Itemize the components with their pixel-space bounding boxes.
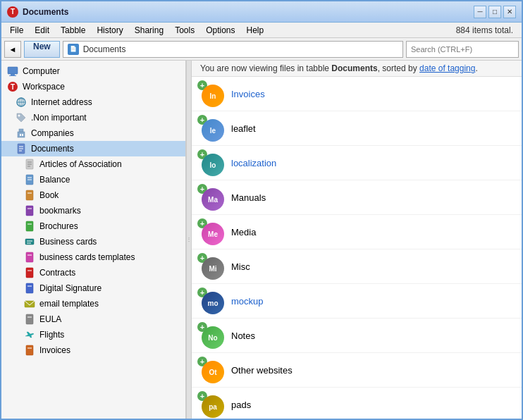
sidebar-label-documents: Documents xyxy=(31,144,74,154)
svg-rect-36 xyxy=(26,268,33,278)
sidebar-label-bookmarks: bookmarks xyxy=(39,206,81,216)
sidebar-item-business-cards-templates[interactable]: business cards templates xyxy=(1,249,185,265)
sidebar-item-non-important[interactable]: .Non important xyxy=(1,110,185,125)
sidebar-item-email-templates[interactable]: email templates xyxy=(1,296,185,311)
menu-help[interactable]: Help xyxy=(241,24,270,37)
computer-icon xyxy=(7,66,18,77)
menu-bar: File Edit Tabble History Sharing Tools O… xyxy=(1,23,522,38)
status-suffix: . xyxy=(475,63,477,73)
window-title: Documents xyxy=(23,7,68,17)
invoices-sidebar-icon xyxy=(24,345,35,356)
file-thumb: + lo xyxy=(197,149,224,176)
file-row[interactable]: + pa pads xyxy=(192,388,522,419)
main-window: T Documents ─ □ ✕ File Edit Tabble Histo… xyxy=(0,0,523,420)
book-icon xyxy=(24,190,35,201)
sidebar-item-bookmarks[interactable]: bookmarks xyxy=(1,203,185,218)
file-row[interactable]: + Mi Misc xyxy=(192,249,522,284)
item-count: 884 items total. xyxy=(456,25,519,35)
sidebar-item-digital-signature[interactable]: Digital Signature xyxy=(1,280,185,296)
sidebar-item-invoices[interactable]: Invoices xyxy=(1,342,185,358)
file-thumb: + Me xyxy=(197,218,224,245)
menu-history[interactable]: History xyxy=(91,24,128,37)
file-row[interactable]: + Ma Manuals xyxy=(192,180,522,215)
sidebar-item-computer[interactable]: Computer xyxy=(1,63,185,79)
svg-rect-43 xyxy=(26,345,33,355)
menu-sharing[interactable]: Sharing xyxy=(129,24,169,37)
brochures-icon xyxy=(24,221,35,232)
status-prefix: You are now viewing files in tabble xyxy=(200,63,331,73)
menu-tools[interactable]: Tools xyxy=(169,24,200,37)
svg-text:T: T xyxy=(11,83,15,91)
file-icon: mo xyxy=(202,292,224,314)
new-button[interactable]: New xyxy=(24,41,60,58)
back-button[interactable]: ◄ xyxy=(4,41,21,58)
svg-rect-2 xyxy=(9,75,16,76)
sidebar-item-documents[interactable]: Documents xyxy=(1,141,185,156)
sidebar-item-book[interactable]: Book xyxy=(1,187,185,203)
sidebar-item-flights[interactable]: Flights xyxy=(1,327,185,342)
file-icon: Ma xyxy=(202,188,224,211)
sort-link[interactable]: date of tagging xyxy=(419,63,475,73)
search-input[interactable] xyxy=(406,41,519,58)
sidebar-item-contracts[interactable]: Contracts xyxy=(1,265,185,280)
sidebar-item-internet[interactable]: Internet address xyxy=(1,94,185,110)
file-row[interactable]: + mo mockup xyxy=(192,284,522,319)
menu-options[interactable]: Options xyxy=(200,24,240,37)
sidebar-item-eula[interactable]: EULA xyxy=(1,311,185,327)
companies-icon xyxy=(16,128,27,139)
file-icon: le xyxy=(202,119,224,142)
svg-rect-11 xyxy=(19,129,23,132)
file-row[interactable]: + No Notes xyxy=(192,319,522,353)
main-content: Computer T Workspace Internet address xyxy=(1,61,522,419)
file-name: pads xyxy=(231,400,251,410)
digital-signature-icon xyxy=(24,283,35,294)
sidebar-item-articles[interactable]: Articles of Association xyxy=(1,156,185,172)
sidebar-label-brochures: Brochures xyxy=(39,221,78,231)
file-row[interactable]: + Me Media xyxy=(192,215,522,249)
sidebar-item-balance[interactable]: Balance xyxy=(1,172,185,187)
maximize-button[interactable]: □ xyxy=(488,6,501,18)
file-icon: Me xyxy=(202,223,224,245)
menu-file[interactable]: File xyxy=(4,24,29,37)
file-area: You are now viewing files in tabble Docu… xyxy=(192,61,522,419)
menu-edit[interactable]: Edit xyxy=(29,24,55,37)
file-row[interactable]: + In Invoices xyxy=(192,77,522,111)
flights-icon xyxy=(24,329,35,340)
bookmarks-icon xyxy=(24,205,35,216)
sidebar-item-brochures[interactable]: Brochures xyxy=(1,218,185,234)
contracts-icon xyxy=(24,267,35,278)
file-thumb: + mo xyxy=(197,288,224,314)
sidebar-item-companies[interactable]: Companies xyxy=(1,125,185,141)
email-templates-icon xyxy=(24,298,35,309)
eula-icon xyxy=(24,314,35,325)
sidebar: Computer T Workspace Internet address xyxy=(1,61,186,419)
file-name: Invoices xyxy=(231,89,265,99)
file-row[interactable]: + le leaflet xyxy=(192,111,522,146)
status-bar: You are now viewing files in tabble Docu… xyxy=(192,61,522,77)
svg-rect-25 xyxy=(26,190,33,200)
svg-point-9 xyxy=(18,115,20,117)
table-name: Documents xyxy=(331,63,377,73)
sidebar-item-workspace[interactable]: T Workspace xyxy=(1,79,185,94)
sidebar-label-invoices: Invoices xyxy=(39,345,70,355)
sidebar-label-workspace: Workspace xyxy=(23,82,65,92)
minimize-button[interactable]: ─ xyxy=(474,6,486,18)
svg-rect-31 xyxy=(25,239,34,245)
sidebar-divider[interactable]: ⋮ xyxy=(186,61,192,419)
sidebar-item-business-cards[interactable]: Business cards xyxy=(1,234,185,249)
sidebar-label-internet: Internet address xyxy=(31,97,92,107)
file-name: Media xyxy=(231,227,256,237)
file-thumb: + No xyxy=(197,322,224,349)
sidebar-label-computer: Computer xyxy=(23,66,60,76)
file-row[interactable]: + lo localization xyxy=(192,146,522,180)
sidebar-label-companies: Companies xyxy=(31,128,74,138)
menu-tabble[interactable]: Tabble xyxy=(55,24,91,37)
svg-rect-34 xyxy=(26,252,33,262)
sidebar-label-non-important: .Non important xyxy=(31,113,87,123)
close-button[interactable]: ✕ xyxy=(503,6,516,18)
file-row[interactable]: + Ot Other websites xyxy=(192,353,522,388)
internet-icon xyxy=(16,97,27,108)
business-cards-icon xyxy=(24,236,35,247)
file-icon: Ot xyxy=(202,361,224,383)
workspace-icon: T xyxy=(7,81,18,92)
